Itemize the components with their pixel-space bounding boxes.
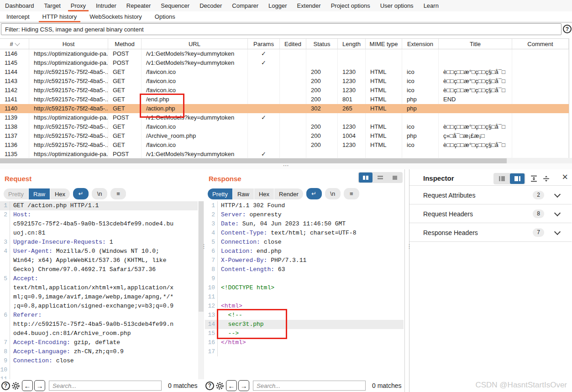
column-header-host[interactable]: Host bbox=[29, 39, 108, 49]
cell-title: è□□ç□□æ°□ç□□ç§□å¯□ bbox=[439, 77, 512, 86]
editor-line: 3Date: Sun, 04 Jun 2023 11:46:50 GMT bbox=[205, 220, 404, 229]
response-editor[interactable]: 1HTTP/1.1 302 Found2Server: openresty3Da… bbox=[205, 201, 404, 379]
help-icon[interactable]: ? bbox=[205, 382, 214, 390]
subtab-options[interactable]: Options bbox=[148, 11, 182, 22]
inspector-dock-left-button[interactable] bbox=[494, 173, 509, 184]
table-row-1139[interactable]: 1139https://optimizationguide-pa....POST… bbox=[0, 113, 569, 122]
request-editor[interactable]: 1GET /action.php HTTP/1.12Host:c592157c-… bbox=[0, 201, 198, 379]
menu-tab-comparer[interactable]: Comparer bbox=[227, 0, 263, 11]
column-header-[interactable]: # bbox=[0, 39, 29, 49]
response-newline-icon[interactable]: \n bbox=[325, 188, 341, 199]
menu-tab-target[interactable]: Target bbox=[39, 0, 66, 11]
table-row-1141[interactable]: 1141http://c592157c-75f2-4ba5-...GET/end… bbox=[0, 95, 569, 104]
request-tabrow: PrettyRawHex ↵\n≡ bbox=[4, 188, 126, 199]
layout-columns-button[interactable] bbox=[359, 172, 373, 183]
subtab-intercept[interactable]: Intercept bbox=[0, 11, 36, 22]
inspector-dock-right-button[interactable] bbox=[510, 173, 525, 184]
column-header-extension[interactable]: Extension bbox=[402, 39, 439, 49]
close-icon[interactable]: × bbox=[562, 172, 568, 182]
layout-rows-button[interactable] bbox=[373, 172, 387, 183]
table-row-1140[interactable]: 1140http://c592157c-75f2-4ba5-...GET/act… bbox=[0, 104, 569, 113]
column-header-params[interactable]: Params bbox=[248, 39, 280, 49]
editor-line: 4User-Agent: Mozilla/5.0 (Windows NT 10.… bbox=[0, 247, 198, 256]
request-menu-icon[interactable]: ≡ bbox=[110, 188, 126, 199]
column-header-mime-type[interactable]: MIME type bbox=[366, 39, 402, 49]
panel-splitter-horizontal[interactable]: ⋯ bbox=[0, 163, 572, 169]
cell-comment bbox=[512, 49, 569, 58]
column-header-title[interactable]: Title bbox=[439, 39, 512, 49]
response-tab-hex[interactable]: Hex bbox=[254, 188, 274, 199]
request-response-splitter[interactable]: ⋮ bbox=[201, 245, 207, 247]
chevron-down-icon[interactable] bbox=[554, 191, 561, 197]
request-wrap-icon[interactable]: ↵ bbox=[73, 188, 89, 199]
response-tab-raw[interactable]: Raw bbox=[233, 188, 254, 199]
table-row-1138[interactable]: 1138http://c592157c-75f2-4ba5-...GET/fav… bbox=[0, 122, 569, 131]
table-row-1144[interactable]: 1144http://c592157c-75f2-4ba5-...GET/fav… bbox=[0, 68, 569, 77]
scrollbar-thumb[interactable] bbox=[199, 201, 204, 312]
table-row-1137[interactable]: 1137http://c592157c-75f2-4ba5-...GET/Arc… bbox=[0, 131, 569, 141]
column-header-url[interactable]: URL bbox=[142, 39, 248, 49]
search-input[interactable] bbox=[253, 381, 366, 391]
cell-id: 1145 bbox=[0, 58, 29, 68]
table-row-1142[interactable]: 1142http://c592157c-75f2-4ba5-...GET/fav… bbox=[0, 86, 569, 95]
menu-tab-sequencer[interactable]: Sequencer bbox=[156, 0, 194, 11]
request-newline-icon[interactable]: \n bbox=[92, 188, 107, 199]
cell-comment bbox=[512, 95, 569, 104]
cell-id: 1146 bbox=[0, 49, 29, 58]
scrollbar-thumb[interactable] bbox=[0, 158, 507, 163]
column-header-method[interactable]: Method bbox=[108, 39, 142, 49]
inspector-section-request-headers[interactable]: Request Headers8 bbox=[409, 204, 572, 223]
prev-match-button[interactable]: ← bbox=[226, 380, 237, 391]
cell-method: POST bbox=[108, 150, 142, 159]
inspector-section-request-attributes[interactable]: Request Attributes2 bbox=[409, 185, 572, 204]
request-tab-pretty[interactable]: Pretty bbox=[4, 188, 28, 199]
menu-tab-intruder[interactable]: Intruder bbox=[91, 0, 121, 11]
table-row-1146[interactable]: 1146https://optimizationguide-pa....POST… bbox=[0, 49, 569, 58]
chevron-down-icon[interactable] bbox=[554, 228, 561, 235]
response-tab-pretty[interactable]: Pretty bbox=[208, 188, 232, 199]
chevron-down-icon[interactable] bbox=[554, 209, 561, 216]
request-tab-hex[interactable]: Hex bbox=[50, 188, 70, 199]
menu-tab-user-options[interactable]: User options bbox=[375, 0, 419, 11]
response-wrap-icon[interactable]: ↵ bbox=[306, 188, 322, 199]
menu-tab-logger[interactable]: Logger bbox=[263, 0, 292, 11]
column-header-comment[interactable]: Comment bbox=[512, 39, 569, 49]
menu-tab-proxy[interactable]: Proxy bbox=[66, 0, 91, 11]
help-icon[interactable]: ? bbox=[1, 382, 10, 390]
column-header-length[interactable]: Length bbox=[338, 39, 366, 49]
search-input[interactable] bbox=[49, 381, 162, 391]
table-row-1135[interactable]: 1135https://optimizationguide-pa....POST… bbox=[0, 150, 569, 159]
filter-bar[interactable]: Filter: Hiding CSS, image and general bi… bbox=[1, 23, 562, 35]
menu-tab-decoder[interactable]: Decoder bbox=[194, 0, 227, 11]
next-match-button[interactable]: → bbox=[34, 380, 45, 391]
gear-icon[interactable] bbox=[215, 381, 225, 391]
menu-tab-extender[interactable]: Extender bbox=[292, 0, 326, 11]
next-match-button[interactable]: → bbox=[238, 380, 249, 391]
column-header-status[interactable]: Status bbox=[306, 39, 338, 49]
column-header-edited[interactable]: Edited bbox=[280, 39, 306, 49]
table-row-1145[interactable]: 1145https://optimizationguide-pa....POST… bbox=[0, 58, 569, 68]
gear-icon[interactable] bbox=[11, 381, 21, 391]
dock-left-icon bbox=[501, 176, 505, 181]
response-menu-icon[interactable]: ≡ bbox=[344, 188, 359, 199]
menu-tab-project-options[interactable]: Project options bbox=[326, 0, 375, 11]
layout-single-button[interactable] bbox=[388, 172, 402, 183]
inspector-section-response-headers[interactable]: Response Headers7 bbox=[409, 223, 572, 242]
response-tab-render[interactable]: Render bbox=[274, 188, 303, 199]
request-tab-raw[interactable]: Raw bbox=[29, 188, 50, 199]
filter-help-icon[interactable]: ? bbox=[563, 25, 572, 33]
subtab-http-history[interactable]: HTTP history bbox=[36, 11, 84, 22]
cell-method: POST bbox=[108, 49, 142, 58]
cell-edited bbox=[280, 150, 306, 159]
menu-tab-repeater[interactable]: Repeater bbox=[121, 0, 156, 11]
table-row-1143[interactable]: 1143http://c592157c-75f2-4ba5-...GET/fav… bbox=[0, 77, 569, 86]
expand-all-button[interactable] bbox=[530, 175, 538, 183]
table-row-1136[interactable]: 1136http://c592157c-75f2-4ba5-...GET/fav… bbox=[0, 141, 569, 150]
response-inspector-splitter[interactable]: ⋮ bbox=[406, 245, 412, 247]
prev-match-button[interactable]: ← bbox=[22, 380, 33, 391]
menu-tab-learn[interactable]: Learn bbox=[419, 0, 444, 11]
menu-tab-dashboard[interactable]: Dashboard bbox=[0, 0, 39, 11]
request-scrollbar[interactable] bbox=[198, 201, 204, 379]
subtab-websockets-history[interactable]: WebSockets history bbox=[83, 11, 148, 22]
collapse-all-button[interactable] bbox=[542, 175, 550, 183]
